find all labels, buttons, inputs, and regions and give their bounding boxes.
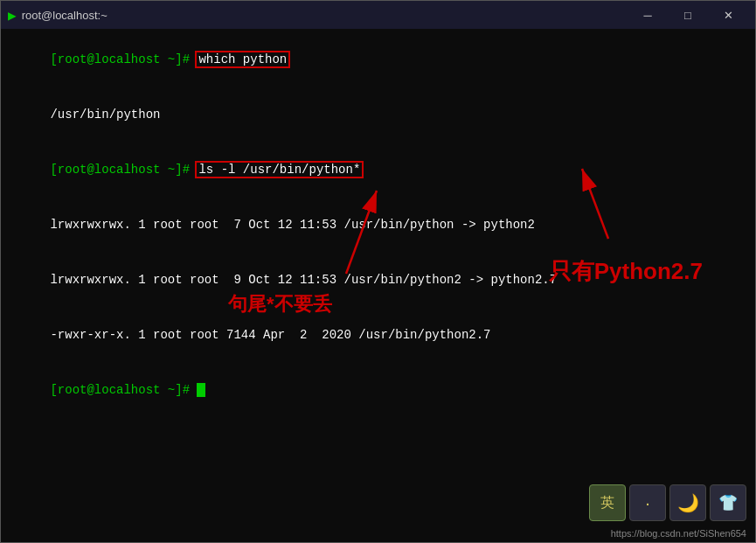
annotation-text-1: 句尾*不要丢 (228, 291, 332, 317)
terminal-line-4: lrwxrwxrwx. 1 root root 7 Oct 12 11:53 /… (6, 198, 750, 253)
terminal-body[interactable]: [root@localhost ~]# which python /usr/bi… (1, 29, 755, 542)
cursor-blink (197, 383, 205, 397)
prompt-1: [root@localhost ~]# (50, 52, 197, 66)
taskbar-btn-shirt[interactable]: 👕 (710, 484, 746, 521)
terminal-line-7: [root@localhost ~]# (6, 363, 750, 418)
ls-output-2: lrwxrwxrwx. 1 root root 9 Oct 12 11:53 /… (50, 273, 557, 287)
cmd-which-python: which python (197, 52, 288, 66)
terminal-window: ▶ root@localhost:~ ─ □ ✕ [root@localhost… (0, 0, 756, 543)
prompt-3: [root@localhost ~]# (50, 383, 197, 397)
ying-label: 英 (600, 494, 614, 512)
titlebar-title: root@localhost:~ (22, 9, 108, 22)
titlebar: ▶ root@localhost:~ ─ □ ✕ (1, 1, 755, 29)
titlebar-left: ▶ root@localhost:~ (8, 7, 108, 24)
minimize-button[interactable]: ─ (628, 1, 668, 29)
terminal-icon: ▶ (8, 7, 17, 24)
cmd-ls-python: ls -l /usr/bin/python* (197, 163, 362, 177)
taskbar-btn-moon[interactable]: 🌙 (669, 484, 706, 521)
taskbar: 英 · 🌙 👕 (589, 484, 746, 521)
terminal-line-1: [root@localhost ~]# which python (6, 32, 750, 87)
dot-label: · (645, 493, 650, 513)
terminal-line-6: -rwxr-xr-x. 1 root root 7144 Apr 2 2020 … (6, 308, 750, 363)
taskbar-btn-ying[interactable]: 英 (589, 484, 626, 521)
ls-output-1: lrwxrwxrwx. 1 root root 7 Oct 12 11:53 /… (50, 218, 535, 232)
watermark: https://blog.csdn.net/SiShen654 (611, 528, 746, 539)
moon-icon: 🌙 (677, 492, 699, 513)
close-button[interactable]: ✕ (708, 1, 748, 29)
prompt-2: [root@localhost ~]# (50, 163, 197, 177)
shirt-icon: 👕 (718, 493, 738, 512)
annotation-text-2: 只有Python2.7 (549, 256, 703, 287)
terminal-line-2: /usr/bin/python (6, 87, 750, 143)
terminal-line-3: [root@localhost ~]# ls -l /usr/bin/pytho… (6, 143, 750, 198)
taskbar-btn-dot[interactable]: · (629, 484, 666, 521)
titlebar-controls: ─ □ ✕ (628, 1, 748, 29)
which-output: /usr/bin/python (50, 108, 160, 122)
ls-output-3: -rwxr-xr-x. 1 root root 7144 Apr 2 2020 … (50, 328, 490, 342)
maximize-button[interactable]: □ (668, 1, 708, 29)
